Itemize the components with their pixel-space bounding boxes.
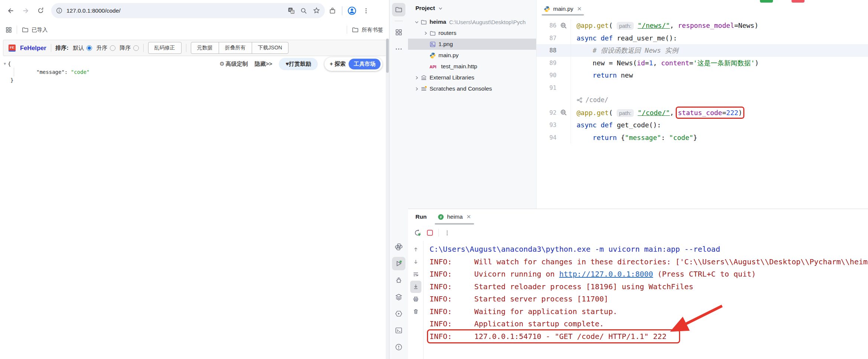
tool-strip-structure-button[interactable] <box>392 26 405 39</box>
tree-item-test-main.http[interactable]: APItest_main.http <box>408 61 536 72</box>
code-line-88[interactable]: 88 # 假设函数返回 News 实例 <box>536 44 868 57</box>
run-tab-close-icon[interactable]: ✕ <box>466 213 471 220</box>
tree-item-1.png[interactable]: 1.png <box>408 39 536 50</box>
download-json-button[interactable]: 下载JSON <box>252 42 288 54</box>
reload-button[interactable] <box>33 4 48 18</box>
bookmark-imported[interactable]: 已导入 <box>22 26 48 33</box>
code-text[interactable]: @app.get( path: "/news/", response_model… <box>571 19 868 32</box>
sort-option-default[interactable]: 默认 <box>73 45 92 52</box>
zoom-icon[interactable] <box>297 4 310 17</box>
chevron-closed-icon[interactable] <box>412 75 421 81</box>
code-text[interactable]: return new <box>571 69 868 82</box>
back-button[interactable] <box>4 4 18 18</box>
browser-scrollbar[interactable] <box>386 39 389 359</box>
radio-default[interactable] <box>87 45 92 51</box>
tool-strip-project-folder-button[interactable] <box>392 3 405 16</box>
tree-item-heima[interactable]: heimaC:\Users\August\Desktop\Pych <box>408 16 536 27</box>
radio-asc[interactable] <box>110 45 115 51</box>
chevron-closed-icon[interactable] <box>412 86 421 92</box>
forward-button[interactable] <box>19 4 33 18</box>
console-scroll-up-button[interactable] <box>410 243 421 256</box>
url-text[interactable]: 127.0.0.1:8000/code/ <box>66 7 285 14</box>
code-text[interactable]: return {"message": "code"} <box>571 131 868 144</box>
chevron-open-icon[interactable] <box>412 19 421 25</box>
tool-strip-services-button[interactable] <box>392 290 405 304</box>
address-bar[interactable]: 127.0.0.1:8000/code/ G文 <box>51 3 325 18</box>
tree-item-routers[interactable]: routers <box>408 27 536 39</box>
tree-item-external-libraries[interactable]: External Libraries <box>408 72 536 83</box>
browser-menu-button[interactable] <box>359 4 373 17</box>
apps-grid-icon[interactable] <box>5 26 12 33</box>
code-editor[interactable]: 86@app.get( path: "/news/", response_mod… <box>536 16 868 209</box>
metadata-button[interactable]: 元数据 <box>191 42 219 54</box>
donate-button[interactable]: ♥打赏鼓励 <box>279 58 318 70</box>
project-panel-header[interactable]: Project <box>408 0 536 16</box>
tool-strip-more-button[interactable] <box>392 42 405 56</box>
console-text: C:\Users\August\anaconda3\python.exe -m … <box>430 245 720 254</box>
chevron-closed-icon[interactable] <box>421 30 430 36</box>
endpoint-gutter-icon[interactable] <box>557 107 571 119</box>
api-icon: API <box>430 64 438 69</box>
stop-button[interactable] <box>427 229 433 236</box>
tool-strip-run-button[interactable] <box>392 257 405 270</box>
sort-option-desc[interactable]: 降序 <box>120 45 139 52</box>
collapse-all-button[interactable]: 折叠所有 <box>219 42 252 54</box>
code-text[interactable]: # 假设函数返回 News 实例 <box>571 44 868 57</box>
code-text[interactable]: @app.get( path: "/code/", status_code=22… <box>571 107 868 119</box>
profile-button[interactable] <box>345 4 359 17</box>
code-text[interactable]: async def get_code(): <box>571 119 868 131</box>
console-url-link[interactable]: http://127.0.0.1:8000 <box>559 270 653 278</box>
code-text[interactable]: async def read_user_me(): <box>571 32 868 45</box>
json-line-open[interactable]: ▼{ <box>4 60 234 68</box>
console-scroll-down-button[interactable] <box>410 256 421 268</box>
code-token <box>597 34 601 42</box>
code-text[interactable] <box>571 82 868 94</box>
endpoint-gutter-icon[interactable] <box>557 19 571 32</box>
extensions-button[interactable] <box>326 4 339 17</box>
screen: 127.0.0.1:8000/code/ G文 已导入 <box>0 0 868 359</box>
code-line-92[interactable]: 92@app.get( path: "/code/", status_code=… <box>536 107 868 119</box>
code-line-87[interactable]: 87async def read_user_me(): <box>536 32 868 45</box>
advanced-custom-link[interactable]: ⚙高级定制 <box>219 61 248 68</box>
explore-button[interactable]: + 探索 工具市场 <box>324 57 382 71</box>
tab-main-py[interactable]: main.py ✕ <box>539 1 586 16</box>
tree-item-main.py[interactable]: main.py <box>408 50 536 61</box>
rerun-button[interactable] <box>414 229 421 236</box>
console-clear-button[interactable] <box>410 306 421 318</box>
all-bookmarks[interactable]: 所有书签 <box>352 26 383 33</box>
tab-close-icon[interactable]: ✕ <box>577 6 582 12</box>
line-number: 87 <box>536 32 557 45</box>
collapse-triangle-icon[interactable]: ▼ <box>4 62 6 66</box>
tool-strip-python-console-button[interactable] <box>392 240 405 254</box>
code-line-89[interactable]: 89 new = News(id=1, content='这是一条新闻数据') <box>536 57 868 69</box>
code-line-86[interactable]: 86@app.get( path: "/news/", response_mod… <box>536 19 868 32</box>
scrollbar-thumb[interactable] <box>386 39 389 73</box>
more-vertical-button[interactable] <box>444 230 450 236</box>
tree-item-scratches-and-consoles[interactable]: Scratches and Consoles <box>408 83 536 94</box>
code-text[interactable]: /code/ <box>571 94 868 107</box>
console-soft-wrap-button[interactable] <box>410 268 421 281</box>
tool-strip-debug-button[interactable] <box>392 274 405 287</box>
fix-encoding-button[interactable]: 乱码修正 <box>148 42 182 54</box>
console-scroll-to-end-button[interactable] <box>410 281 421 293</box>
translate-icon[interactable]: G文 <box>285 4 297 17</box>
console-print-button[interactable] <box>410 293 421 306</box>
code-text[interactable]: new = News(id=1, content='这是一条新闻数据') <box>571 57 868 69</box>
code-line-90[interactable]: 90 return new <box>536 69 868 82</box>
code-token: , <box>653 59 661 67</box>
hide-link[interactable]: 隐藏>> <box>255 61 273 68</box>
tool-strip-problems-button[interactable] <box>392 340 405 354</box>
tool-market-button[interactable]: 工具市场 <box>349 59 381 69</box>
tool-strip-terminal-button[interactable] <box>392 324 405 337</box>
endpoint-share-icon <box>577 97 583 103</box>
run-tab-heima[interactable]: heima ✕ <box>436 209 473 225</box>
bookmark-star-icon[interactable] <box>310 4 323 17</box>
radio-desc[interactable] <box>133 45 139 51</box>
code-line-inlay[interactable]: /code/ <box>536 94 868 107</box>
tool-strip-profiler-button[interactable] <box>392 307 405 320</box>
code-line-91[interactable]: 91 <box>536 82 868 94</box>
sort-option-asc[interactable]: 升序 <box>97 45 115 52</box>
code-line-93[interactable]: 93async def get_code(): <box>536 119 868 131</box>
site-info-icon[interactable] <box>56 7 63 14</box>
code-line-94[interactable]: 94 return {"message": "code"} <box>536 131 868 144</box>
